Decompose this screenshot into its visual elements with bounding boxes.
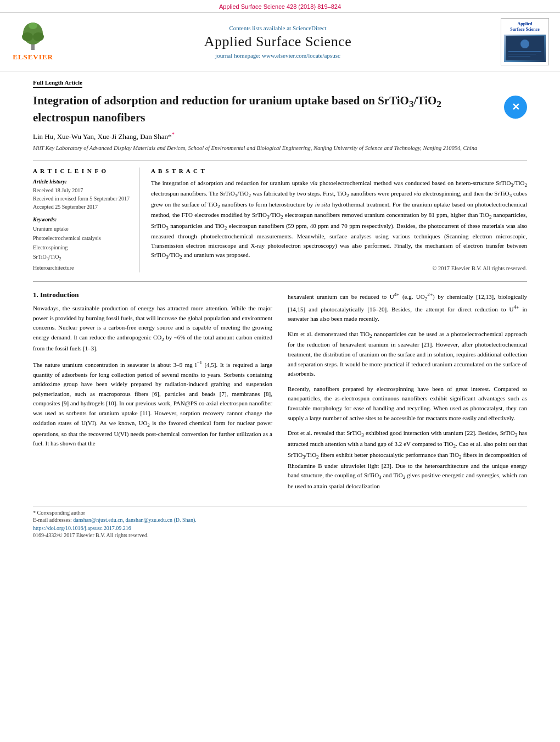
homepage-url[interactable]: www.elsevier.com/locate/apsusc <box>262 52 340 59</box>
elsevier-tree-icon <box>16 21 49 52</box>
intro-para-1: Nowadays, the sustainable production of … <box>33 304 272 353</box>
svg-rect-7 <box>508 51 541 52</box>
abstract-heading: A B S T R A C T <box>151 168 527 174</box>
section-divider <box>33 281 527 282</box>
article-type-label: Full Length Article <box>33 79 82 88</box>
intro-para-2: The nature uranium concentration in seaw… <box>33 359 272 448</box>
journal-header-center: Contents lists available at ScienceDirec… <box>60 25 495 59</box>
svg-rect-8 <box>508 54 536 54</box>
journal-title: Applied Surface Science <box>60 34 495 50</box>
body-left-column: 1. Introduction Nowadays, the sustainabl… <box>33 291 272 497</box>
email-line: E-mail addresses: danshan@njust.edu.cn, … <box>33 517 527 523</box>
issn-line: 0169-4332/© 2017 Elsevier B.V. All right… <box>33 532 527 538</box>
journal-logo-box: AppliedSurface Science <box>501 18 549 65</box>
sciencedirect-link[interactable]: ScienceDirect <box>293 25 327 31</box>
article-info-panel: A R T I C L E I N F O Article history: R… <box>33 168 140 272</box>
crossmark-badge[interactable]: ✕ <box>504 96 527 119</box>
svg-point-4 <box>29 23 37 29</box>
svg-point-2 <box>22 32 33 41</box>
elsevier-logo: ELSEVIER <box>11 21 55 62</box>
top-citation-bar: Applied Surface Science 428 (2018) 819–8… <box>0 0 560 12</box>
right-para-3: Recently, nanofibers prepared by electro… <box>288 384 527 423</box>
journal-logo-title: AppliedSurface Science <box>504 21 546 33</box>
elsevier-wordmark: ELSEVIER <box>13 53 53 62</box>
keyword-2: Photoelectrochemical catalysis <box>33 233 132 243</box>
article-title: Integration of adsorption and reduction … <box>33 93 483 125</box>
abstract-panel: A B S T R A C T The integration of adsor… <box>151 168 527 272</box>
copyright-line: © 2017 Elsevier B.V. All rights reserved… <box>151 265 527 271</box>
corresponding-author: * Corresponding author <box>33 510 527 516</box>
keyword-1: Uranium uptake <box>33 224 132 233</box>
keywords-label: Keywords: <box>33 216 132 222</box>
svg-point-3 <box>33 32 44 41</box>
received-date: Received 18 July 2017 <box>33 186 132 194</box>
journal-logo-image <box>504 35 546 62</box>
svg-point-6 <box>520 40 529 48</box>
authors-line: Lin Hu, Xue-Wu Yan, Xue-Ji Zhang, Dan Sh… <box>33 131 527 141</box>
introduction-heading: 1. Introduction <box>33 291 272 299</box>
history-label: Article history: <box>33 178 132 185</box>
abstract-text: The integration of adsorption and reduct… <box>151 178 527 261</box>
main-content: Full Length Article Integration of adsor… <box>0 71 560 549</box>
footnote-section: * Corresponding author E-mail addresses:… <box>33 506 527 538</box>
revised-date: Received in revised form 5 September 201… <box>33 194 132 203</box>
svg-rect-9 <box>508 56 530 57</box>
affiliation-line: MiiT Key Laboratory of Advanced Display … <box>33 144 527 153</box>
article-info-heading: A R T I C L E I N F O <box>33 168 132 174</box>
accepted-date: Accepted 25 September 2017 <box>33 203 132 211</box>
contents-line: Contents lists available at ScienceDirec… <box>60 25 495 31</box>
right-para-4: Drot et al. revealed that SrTiO3 exhibit… <box>288 428 527 492</box>
right-para-2: Kim et al. demonstrated that TiO2 nanopa… <box>288 330 527 379</box>
body-right-column: hexavalent uranium can be reduced to U4+… <box>288 291 527 497</box>
citation-text: Applied Surface Science 428 (2018) 819–8… <box>219 3 341 10</box>
keyword-3: Electrospinning <box>33 243 132 252</box>
journal-header: ELSEVIER Contents lists available at Sci… <box>0 12 560 71</box>
doi-line[interactable]: https://doi.org/10.1016/j.apsusc.2017.09… <box>33 525 527 531</box>
keyword-5: Heteroarchitecture <box>33 263 132 272</box>
article-meta-section: A R T I C L E I N F O Article history: R… <box>33 160 527 272</box>
keywords-section: Keywords: Uranium uptake Photoelectroche… <box>33 216 132 272</box>
email-label: E-mail addresses: <box>33 517 72 523</box>
body-content: 1. Introduction Nowadays, the sustainabl… <box>33 291 527 497</box>
history-section: Article history: Received 18 July 2017 R… <box>33 178 132 211</box>
right-para-1: hexavalent uranium can be reduced to U4+… <box>288 291 527 323</box>
keyword-4: SrTiO3/TiO2 <box>33 252 132 263</box>
email-addresses[interactable]: danshan@njust.edu.cn, danshan@yzu.edu.cn… <box>73 517 196 523</box>
journal-homepage-line: journal homepage: www.elsevier.com/locat… <box>60 52 495 59</box>
